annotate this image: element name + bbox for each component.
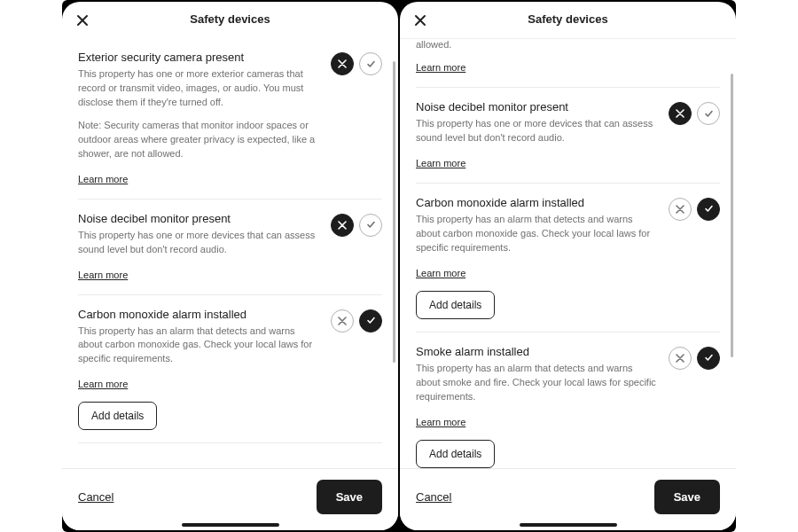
learn-more-link[interactable]: Learn more [416,268,466,278]
item-co-alarm: Carbon monoxide alarm installed This pro… [416,184,720,332]
toggle-yes[interactable] [697,102,720,125]
phone-right: Safety devices allowed. Learn more Nois [400,2,736,530]
item-note: Note: Security cameras that monitor indo… [78,119,322,161]
cancel-button[interactable]: Cancel [416,490,451,504]
close-icon [76,14,89,27]
item-co-alarm: Carbon monoxide alarm installed This pro… [78,295,382,444]
item-title: Carbon monoxide alarm installed [78,308,322,321]
learn-more-link[interactable]: Learn more [78,379,128,389]
check-icon [704,109,714,119]
x-icon [676,354,685,363]
toggle-no[interactable] [669,198,692,221]
check-icon [366,220,376,230]
check-icon [704,353,714,363]
item-title: Noise decibel monitor present [416,100,660,113]
cancel-button[interactable]: Cancel [78,490,113,504]
item-desc: This property has an alarm that detects … [78,325,322,367]
page-title: Safety devices [190,12,270,26]
add-details-button[interactable]: Add details [416,291,495,319]
save-button[interactable]: Save [654,480,720,514]
item-exterior-camera: Exterior security camera present This pr… [78,38,382,200]
item-desc: This property has one or more exterior c… [78,67,322,110]
scrollbar-right[interactable] [731,74,733,357]
x-icon [676,109,685,118]
learn-more-link[interactable]: Learn more [78,270,128,280]
add-details-button[interactable]: Add details [78,402,157,430]
item-desc: This property has one or more devices th… [416,117,660,145]
partial-text: allowed. [416,39,720,50]
footer: Cancel Save [62,468,398,530]
check-icon [704,204,714,214]
two-phone-stage: Safety devices Exterior security camera … [62,0,736,532]
toggle-no[interactable] [331,52,354,75]
item-title: Noise decibel monitor present [78,212,322,225]
learn-more-link[interactable]: Learn more [416,62,466,73]
add-details-button[interactable]: Add details [416,440,495,468]
item-noise-monitor: Noise decibel monitor present This prope… [416,88,720,184]
learn-more-link[interactable]: Learn more [416,158,466,168]
header: Safety devices [400,2,736,38]
x-icon [338,317,347,325]
item-title: Carbon monoxide alarm installed [416,196,660,209]
toggle-yes[interactable] [697,347,720,370]
scroll-content-left: Exterior security camera present This pr… [78,38,382,447]
header: Safety devices [62,2,398,38]
scrollbar-left[interactable] [393,61,395,363]
toggle-yes[interactable] [359,52,382,75]
toggle-no[interactable] [669,102,692,125]
item-noise-monitor: Noise decibel monitor present This prope… [78,200,382,295]
close-button[interactable] [412,12,428,28]
x-icon [338,59,347,68]
toggle-no[interactable] [331,309,354,332]
save-button[interactable]: Save [317,480,382,514]
scroll-area-left[interactable]: Exterior security camera present This pr… [62,38,398,468]
close-button[interactable] [74,12,90,28]
item-title: Smoke alarm installed [416,345,660,358]
item-desc: This property has an alarm that detects … [416,213,660,255]
toggle-no[interactable] [331,214,354,237]
check-icon [366,59,376,69]
learn-more-link[interactable]: Learn more [78,174,128,184]
item-title: Exterior security camera present [78,51,322,64]
page-title: Safety devices [528,12,607,26]
check-icon [366,316,376,325]
x-icon [676,205,685,214]
x-icon [338,221,347,230]
item-desc: This property has an alarm that detects … [416,362,660,404]
footer: Cancel Save [400,468,736,530]
toggle-yes[interactable] [697,198,720,221]
phone-left: Safety devices Exterior security camera … [62,2,398,530]
scroll-content-right: allowed. Learn more Noise decibel monito… [416,39,720,468]
learn-more-link[interactable]: Learn more [416,417,466,427]
item-exterior-camera-partial: allowed. Learn more [416,39,720,88]
item-smoke-alarm: Smoke alarm installed This property has … [416,332,720,468]
toggle-yes[interactable] [359,214,382,237]
toggle-yes[interactable] [359,309,382,332]
toggle-no[interactable] [669,347,692,370]
scroll-area-right[interactable]: allowed. Learn more Noise decibel monito… [400,38,736,468]
close-icon [414,14,426,27]
item-desc: This property has one or more devices th… [78,229,322,257]
